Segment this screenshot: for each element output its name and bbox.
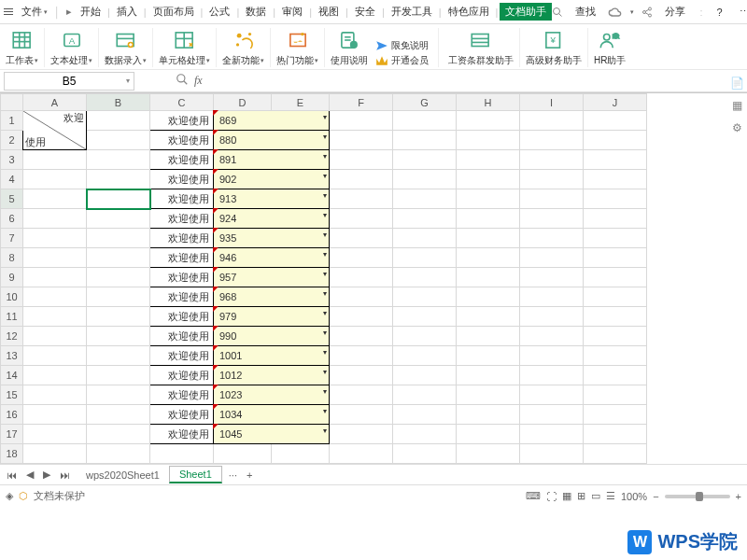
col-header-C[interactable]: C — [150, 94, 214, 111]
cell-F15[interactable] — [330, 385, 393, 405]
cell-D2[interactable]: 880▾ — [214, 131, 330, 150]
cell-J11[interactable] — [584, 307, 647, 327]
cell-A1[interactable]: 欢迎使用 — [23, 111, 87, 150]
row-header[interactable]: 16 — [1, 405, 23, 425]
menu-tab-3[interactable]: 公式 — [204, 5, 234, 19]
hamburger-icon[interactable] — [4, 8, 13, 15]
ribbon-使用说明[interactable]: ?使用说明 — [331, 28, 368, 67]
select-all[interactable] — [1, 94, 23, 111]
fx-label[interactable]: fx — [194, 74, 203, 88]
zoom-slider[interactable] — [665, 495, 730, 498]
cell-B3[interactable] — [87, 150, 150, 170]
cell-D15[interactable]: 1023▾ — [214, 385, 330, 405]
cell-D18[interactable] — [214, 444, 272, 464]
cell-C6[interactable]: 欢迎使用 — [150, 209, 214, 229]
row-header[interactable]: 2 — [1, 131, 23, 150]
cell-C18[interactable] — [150, 444, 214, 464]
cell-A11[interactable] — [23, 307, 87, 327]
cell-H12[interactable] — [457, 327, 520, 346]
sidebar-icon-2[interactable]: ▦ — [732, 99, 742, 112]
cell-C2[interactable]: 欢迎使用 — [150, 131, 214, 150]
cell-I3[interactable] — [520, 150, 584, 170]
view-normal-icon[interactable]: ▦ — [562, 490, 571, 502]
col-header-J[interactable]: J — [584, 94, 647, 111]
cell-G17[interactable] — [393, 425, 457, 444]
row-header[interactable]: 12 — [1, 327, 23, 346]
menu-tab-10[interactable]: 文档助手 — [500, 3, 552, 21]
row-header[interactable]: 11 — [1, 307, 23, 327]
zoom-knob[interactable] — [696, 492, 703, 501]
cell-H1[interactable] — [457, 111, 520, 131]
cell-H17[interactable] — [457, 425, 520, 444]
cell-B13[interactable] — [87, 346, 150, 366]
cell-I14[interactable] — [520, 366, 584, 385]
sidebar-icon-1[interactable]: 📄 — [730, 77, 744, 90]
cell-F8[interactable] — [330, 248, 393, 268]
cell-G4[interactable] — [393, 170, 457, 189]
dropdown-icon[interactable]: ▾ — [323, 113, 327, 121]
cell-C16[interactable]: 欢迎使用 — [150, 405, 214, 425]
cell-J2[interactable] — [584, 131, 647, 150]
cell-J1[interactable] — [584, 111, 647, 131]
menu-tab-8[interactable]: 开发工具 — [387, 5, 437, 19]
sheet-nav-prev[interactable]: ◀ — [23, 469, 36, 481]
col-header-D[interactable]: D — [214, 94, 272, 111]
row-header[interactable]: 13 — [1, 346, 23, 366]
tip-vip[interactable]: 开通会员 — [375, 54, 429, 67]
cell-I13[interactable] — [520, 346, 584, 366]
share-icon[interactable] — [641, 7, 653, 18]
cell-B8[interactable] — [87, 248, 150, 268]
cell-B2[interactable] — [87, 131, 150, 150]
cell-G12[interactable] — [393, 327, 457, 346]
cell-D9[interactable]: 957▾ — [214, 268, 330, 287]
cell-D17[interactable]: 1045▾ — [214, 425, 330, 444]
cell-J14[interactable] — [584, 366, 647, 385]
col-header-A[interactable]: A — [23, 94, 87, 111]
sheet-nav-next[interactable]: ▶ — [40, 469, 53, 481]
cell-G10[interactable] — [393, 287, 457, 307]
cell-I6[interactable] — [520, 209, 584, 229]
cell-J8[interactable] — [584, 248, 647, 268]
menu-tab-5[interactable]: 审阅 — [277, 5, 307, 19]
cell-G2[interactable] — [393, 131, 457, 150]
cell-G15[interactable] — [393, 385, 457, 405]
cell-I15[interactable] — [520, 385, 584, 405]
menu-tab-6[interactable]: 视图 — [314, 5, 344, 19]
cell-D12[interactable]: 990▾ — [214, 327, 330, 346]
cell-I8[interactable] — [520, 248, 584, 268]
cell-J3[interactable] — [584, 150, 647, 170]
cell-F2[interactable] — [330, 131, 393, 150]
cell-G3[interactable] — [393, 150, 457, 170]
cell-F5[interactable] — [330, 189, 393, 209]
cell-A12[interactable] — [23, 327, 87, 346]
row-header[interactable]: 14 — [1, 366, 23, 385]
cell-B6[interactable] — [87, 209, 150, 229]
ribbon-HR助手[interactable]: HRHR助手 — [594, 28, 626, 67]
cell-F9[interactable] — [330, 268, 393, 287]
sheet-nav-first[interactable]: ⏮ — [4, 469, 20, 481]
dropdown-icon[interactable]: ▾ — [323, 309, 327, 317]
menu-tab-4[interactable]: 数据 — [241, 5, 271, 19]
spreadsheet-grid[interactable]: ABCDEFGHIJ 1欢迎使用欢迎使用869▾2欢迎使用880▾3欢迎使用89… — [0, 93, 647, 464]
cell-G18[interactable] — [393, 444, 457, 464]
cell-F4[interactable] — [330, 170, 393, 189]
dropdown-icon[interactable]: ▾ — [323, 191, 327, 200]
view-grid-icon[interactable]: ⊞ — [577, 490, 585, 502]
dropdown-icon[interactable]: ▾ — [323, 348, 327, 357]
sheet-tab-1[interactable]: Sheet1 — [169, 466, 222, 483]
menu-tab-7[interactable]: 安全 — [350, 5, 380, 19]
cell-D14[interactable]: 1012▾ — [214, 366, 330, 385]
cell-B7[interactable] — [87, 229, 150, 248]
cell-B15[interactable] — [87, 385, 150, 405]
cell-C12[interactable]: 欢迎使用 — [150, 327, 214, 346]
menu-tab-1[interactable]: 插入 — [112, 5, 142, 19]
cell-J9[interactable] — [584, 268, 647, 287]
row-header[interactable]: 8 — [1, 248, 23, 268]
cell-I7[interactable] — [520, 229, 584, 248]
cell-A10[interactable] — [23, 287, 87, 307]
name-box[interactable]: B5 ▾ — [4, 72, 134, 91]
cell-H18[interactable] — [457, 444, 520, 464]
cell-F12[interactable] — [330, 327, 393, 346]
ribbon-单元格处理[interactable]: 单元格处理▾ — [159, 28, 210, 67]
row-header[interactable]: 9 — [1, 268, 23, 287]
